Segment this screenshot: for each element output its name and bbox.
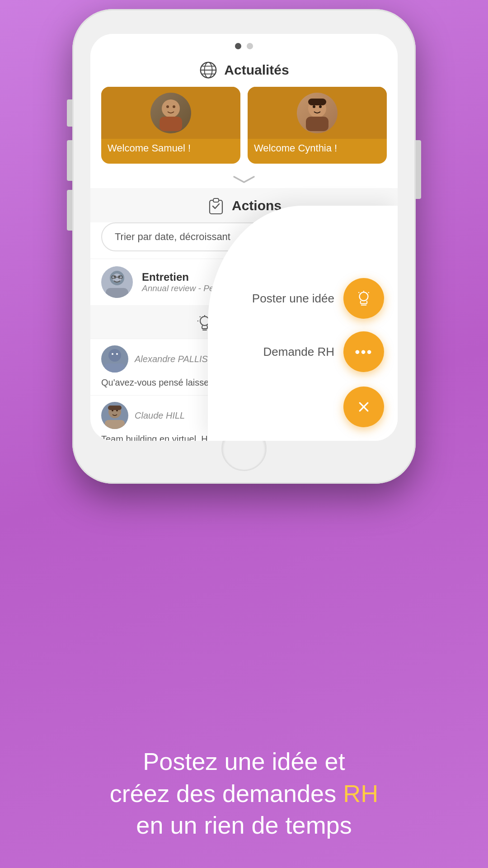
bottom-tagline: Postez une idée et créez des demandes RH… <box>0 745 488 841</box>
poster-label: Poster une idée <box>252 292 334 306</box>
lightbulb-fab-icon <box>354 289 373 308</box>
volume-down-button <box>67 190 72 231</box>
svg-line-43 <box>358 292 359 293</box>
phone-mockup: Actualités <box>72 9 416 484</box>
fab-item-demande: Demande RH ••• <box>263 331 384 372</box>
svg-point-40 <box>360 292 368 301</box>
svg-line-44 <box>368 292 369 293</box>
volume-up-button <box>67 140 72 181</box>
fab-menu: Poster une idée <box>252 278 384 427</box>
phone-shell: Actualités <box>72 9 416 484</box>
power-button <box>416 140 421 199</box>
fab-close-item <box>343 387 384 427</box>
demande-rh-button[interactable]: ••• <box>343 331 384 372</box>
fab-item-poster: Poster une idée <box>252 278 384 319</box>
fab-overlay: Poster une idée <box>90 34 398 441</box>
mute-button <box>67 99 72 127</box>
dots-icon: ••• <box>355 344 373 360</box>
poster-idee-button[interactable] <box>343 278 384 319</box>
tagline-line1: Postez une idée et créez des demandes RH… <box>36 745 452 841</box>
fab-close-button[interactable] <box>343 387 384 427</box>
close-icon <box>354 397 374 417</box>
phone-screen: Actualités <box>90 34 398 441</box>
demande-label: Demande RH <box>263 345 334 359</box>
